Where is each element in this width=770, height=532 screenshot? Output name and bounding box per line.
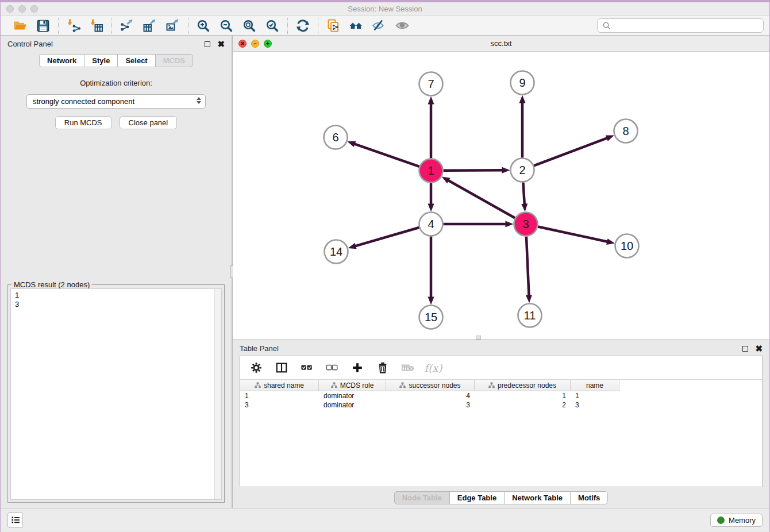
save-session-icon[interactable] — [35, 18, 51, 34]
first-neighbors-icon[interactable] — [348, 18, 364, 34]
tab-motifs[interactable]: Motifs — [570, 491, 608, 504]
maximize-icon[interactable] — [30, 5, 38, 13]
graph-node-3[interactable]: 3 — [514, 213, 538, 236]
float-panel-icon[interactable] — [205, 41, 210, 47]
control-panel-header: Control Panel ✖ — [1, 36, 232, 49]
close-panel-icon[interactable]: ✖ — [755, 344, 763, 353]
tab-edge-table[interactable]: Edge Table — [449, 491, 504, 504]
cell-successor-nodes[interactable]: 4 — [386, 392, 475, 400]
cell-predecessor-nodes[interactable]: 2 — [475, 401, 571, 409]
graph-edge-2-3[interactable] — [521, 182, 528, 211]
zoom-out-icon[interactable] — [218, 18, 234, 34]
graph-edge-2-9[interactable] — [519, 95, 526, 158]
add-column-icon[interactable] — [351, 361, 364, 375]
tab-select[interactable]: Select — [117, 54, 155, 67]
network-title: scc.txt — [233, 39, 769, 48]
cell-mcds-role[interactable]: dominator — [319, 401, 386, 409]
graph-edge-1-6[interactable] — [347, 141, 419, 167]
tab-style[interactable]: Style — [84, 54, 117, 67]
memory-button[interactable]: Memory — [710, 514, 763, 527]
graph-edge-3-10[interactable] — [538, 227, 615, 245]
graph-node-10[interactable]: 10 — [615, 234, 639, 258]
import-network-icon[interactable] — [66, 18, 82, 34]
graph-node-4[interactable]: 4 — [419, 213, 443, 236]
hierarchy-icon — [488, 382, 495, 388]
zoom-icon[interactable]: + — [264, 40, 272, 48]
table-row[interactable]: 1dominator411 — [240, 391, 762, 400]
graph-edge-4-15[interactable] — [428, 237, 434, 305]
cell-mcds-role[interactable]: dominator — [319, 392, 386, 400]
status-bar: Memory — [1, 508, 769, 531]
cell-shared-name[interactable]: 3 — [240, 401, 319, 409]
svg-text:4: 4 — [428, 218, 434, 230]
column-header-predecessor-nodes[interactable]: predecessor nodes — [475, 380, 571, 391]
float-panel-icon[interactable] — [742, 346, 748, 352]
cell-name[interactable]: 3 — [571, 401, 619, 409]
close-icon[interactable]: ✕ — [238, 40, 247, 48]
column-header-name[interactable]: name — [571, 380, 619, 391]
deselect-all-icon[interactable] — [325, 361, 339, 375]
graph-node-8[interactable]: 8 — [614, 119, 638, 143]
graph-node-7[interactable]: 7 — [419, 72, 443, 96]
tab-network-table[interactable]: Network Table — [504, 491, 570, 504]
graph-edge-1-7[interactable] — [428, 97, 434, 159]
tab-mcds[interactable]: MCDS — [155, 54, 193, 67]
graph-edge-2-8[interactable] — [534, 135, 614, 165]
export-table-icon[interactable] — [142, 18, 158, 34]
column-header-shared-name[interactable]: shared name — [240, 380, 319, 391]
delete-column-icon[interactable] — [376, 361, 390, 375]
graph-node-1[interactable]: 1 — [419, 159, 443, 183]
graph-node-14[interactable]: 14 — [325, 240, 348, 264]
graph-edge-4-14[interactable] — [348, 228, 419, 249]
cell-name[interactable]: 1 — [571, 392, 619, 400]
close-panel-button[interactable]: Close panel — [120, 116, 178, 129]
mcds-result-text[interactable]: 13 — [11, 289, 214, 499]
scrollbar[interactable] — [214, 289, 221, 499]
tab-network[interactable]: Network — [39, 54, 84, 67]
cell-successor-nodes[interactable]: 3 — [386, 401, 475, 409]
graph-node-11[interactable]: 11 — [518, 304, 542, 327]
task-history-button[interactable] — [7, 512, 23, 528]
cell-shared-name[interactable]: 1 — [240, 392, 319, 400]
column-header-successor-nodes[interactable]: successor nodes — [386, 380, 475, 391]
hide-details-icon[interactable] — [371, 18, 387, 34]
zoom-in-icon[interactable] — [195, 18, 211, 34]
minimize-icon[interactable] — [18, 5, 26, 13]
graph-node-6[interactable]: 6 — [324, 126, 348, 149]
function-builder-icon: f(x) — [426, 361, 440, 375]
graph-edge-4-3[interactable] — [444, 221, 514, 228]
import-table-icon[interactable] — [88, 18, 105, 34]
graph-node-9[interactable]: 9 — [511, 71, 534, 95]
search-input[interactable] — [614, 21, 759, 30]
close-icon[interactable] — [6, 5, 14, 13]
criterion-select[interactable]: strongly connected component — [26, 94, 206, 109]
tab-node-table[interactable]: Node Table — [394, 491, 449, 504]
table-row[interactable]: 3dominator323 — [240, 400, 762, 410]
run-mcds-button[interactable]: Run MCDS — [55, 116, 111, 129]
close-panel-icon[interactable]: ✖ — [217, 40, 225, 48]
gear-icon[interactable] — [249, 361, 263, 375]
show-details-icon[interactable] — [394, 18, 410, 34]
cell-predecessor-nodes[interactable]: 1 — [475, 392, 571, 400]
network-canvas[interactable]: 7968124314101511 — [233, 52, 769, 340]
graph-edge-1-2[interactable] — [443, 167, 510, 174]
select-all-icon[interactable] — [300, 361, 314, 375]
open-file-icon[interactable] — [12, 18, 28, 34]
graph-node-2[interactable]: 2 — [511, 159, 534, 182]
splitter-grip[interactable] — [476, 336, 481, 340]
export-image-icon[interactable] — [165, 18, 181, 34]
column-header-mcds-role[interactable]: MCDS role — [319, 380, 386, 391]
clone-network-icon[interactable] — [325, 18, 341, 34]
split-panel-icon[interactable] — [275, 361, 288, 375]
zoom-fit-icon[interactable] — [241, 18, 257, 34]
toolbar-separator — [58, 18, 59, 34]
graph-edge-3-1[interactable] — [442, 177, 515, 218]
minimize-icon[interactable]: − — [251, 40, 259, 48]
graph-edge-1-4[interactable] — [428, 183, 434, 212]
export-network-icon[interactable] — [119, 18, 135, 34]
svg-text:11: 11 — [524, 309, 536, 322]
refresh-icon[interactable] — [295, 18, 311, 34]
graph-edge-3-11[interactable] — [526, 236, 532, 303]
zoom-selected-icon[interactable] — [264, 18, 280, 34]
graph-node-15[interactable]: 15 — [419, 306, 443, 329]
